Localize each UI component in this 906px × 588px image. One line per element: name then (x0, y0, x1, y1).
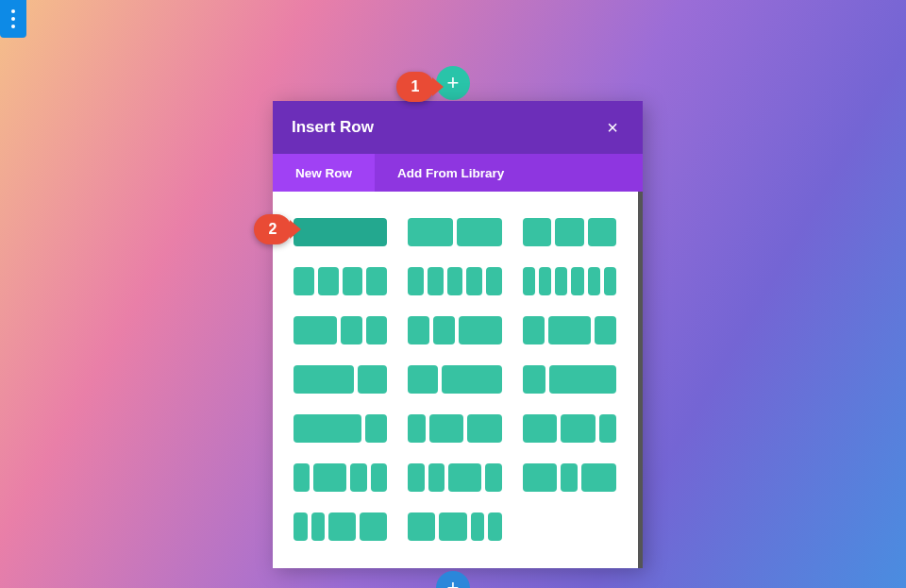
modal-header: Insert Row × (273, 101, 643, 154)
layout-column (459, 316, 502, 344)
row-layout-option[interactable] (408, 414, 501, 443)
row-layout-option[interactable] (523, 267, 616, 295)
layout-column (447, 267, 463, 295)
layout-column (523, 316, 545, 344)
modal-title: Insert Row (292, 118, 374, 137)
layout-column (439, 512, 466, 541)
layout-column (408, 218, 453, 246)
row-layout-option[interactable] (408, 267, 501, 295)
layout-column (294, 316, 337, 344)
row-layout-option[interactable] (294, 365, 387, 394)
layout-column (366, 267, 387, 295)
layout-column (555, 267, 567, 295)
layout-column (448, 463, 481, 492)
layout-column (571, 267, 583, 295)
layout-column (604, 267, 616, 295)
row-layout-option[interactable] (294, 316, 387, 344)
layout-column (561, 414, 596, 443)
layout-column (294, 414, 361, 443)
layout-column (488, 512, 502, 541)
layout-column (408, 316, 429, 344)
layout-column (408, 463, 424, 492)
row-layout-option[interactable] (294, 414, 387, 443)
more-vertical-icon (11, 25, 15, 28)
layout-column (485, 463, 501, 492)
layout-column (599, 414, 616, 443)
layout-column (561, 463, 578, 492)
layout-column (467, 414, 502, 443)
layout-column (358, 365, 388, 394)
layout-column (350, 463, 366, 492)
layout-column (360, 512, 387, 541)
layout-column (311, 512, 326, 541)
layout-column (523, 365, 545, 394)
close-button[interactable]: × (601, 116, 624, 139)
annotation-marker-1: 1 (396, 72, 434, 102)
layout-column (548, 316, 592, 344)
row-layout-option[interactable] (294, 463, 387, 492)
layout-column (366, 316, 388, 344)
layout-column (294, 463, 310, 492)
row-layout-option[interactable] (294, 267, 387, 295)
layout-column (341, 316, 362, 344)
layout-column (371, 463, 387, 492)
layout-column (318, 267, 339, 295)
layout-column (294, 218, 387, 246)
layout-column (294, 512, 308, 541)
layout-column (588, 267, 600, 295)
row-layout-option[interactable] (294, 512, 387, 541)
row-layout-option[interactable] (408, 316, 501, 344)
plus-icon: + (447, 576, 460, 588)
layout-column (433, 316, 455, 344)
annotation-marker-2: 2 (254, 214, 292, 244)
row-layout-option[interactable] (408, 218, 501, 246)
tab-new-row[interactable]: New Row (273, 154, 375, 192)
layout-column (408, 267, 424, 295)
row-layout-option[interactable] (523, 365, 616, 394)
row-layout-option[interactable] (523, 414, 616, 443)
layout-column (595, 316, 616, 344)
layout-column (408, 414, 425, 443)
layout-column (466, 267, 482, 295)
layout-column (523, 267, 535, 295)
layout-column (549, 365, 617, 394)
row-layout-option[interactable] (523, 463, 616, 492)
more-vertical-icon (11, 17, 15, 21)
modal-body (273, 192, 643, 568)
layout-column (555, 218, 583, 246)
close-icon: × (607, 117, 618, 139)
row-layout-option[interactable] (408, 512, 501, 541)
layout-column (408, 365, 438, 394)
layout-column (523, 414, 558, 443)
layout-column (429, 414, 464, 443)
row-layout-option[interactable] (523, 218, 616, 246)
layout-column (408, 512, 435, 541)
row-layout-option[interactable] (294, 218, 387, 246)
layout-column (294, 365, 354, 394)
tab-add-from-library[interactable]: Add From Library (375, 154, 527, 192)
layout-column (486, 267, 502, 295)
add-section-bottom-button[interactable]: + (436, 571, 470, 588)
layout-column (588, 218, 616, 246)
layout-column (313, 463, 346, 492)
insert-row-modal: Insert Row × New Row Add From Library (273, 101, 643, 568)
plus-icon: + (447, 71, 460, 95)
row-layout-grid (294, 218, 622, 541)
layout-column (457, 218, 502, 246)
row-layout-option[interactable] (408, 365, 501, 394)
layout-column (428, 463, 445, 492)
layout-column (343, 267, 363, 295)
layout-column (523, 463, 558, 492)
layout-column (428, 267, 444, 295)
layout-column (471, 512, 485, 541)
layout-column (539, 267, 551, 295)
layout-column (581, 463, 616, 492)
row-layout-option[interactable] (523, 316, 616, 344)
page-settings-button[interactable] (0, 0, 26, 38)
layout-column (365, 414, 388, 443)
layout-column (523, 218, 551, 246)
more-vertical-icon (11, 9, 15, 13)
layout-column (442, 365, 502, 394)
row-layout-option[interactable] (408, 463, 501, 492)
layout-column (294, 267, 314, 295)
